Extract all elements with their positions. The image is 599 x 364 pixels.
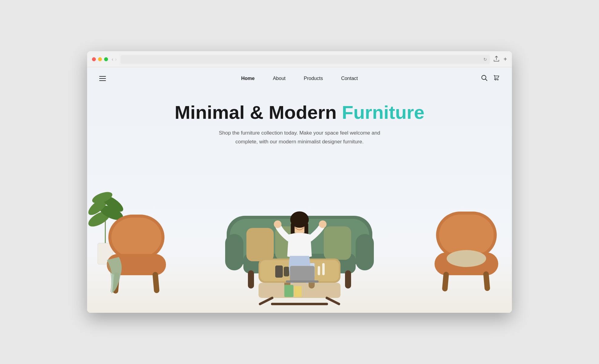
svg-rect-16 bbox=[356, 234, 374, 270]
svg-rect-49 bbox=[439, 215, 494, 255]
svg-rect-21 bbox=[324, 226, 351, 260]
browser-actions: + bbox=[494, 56, 507, 63]
maximize-button[interactable] bbox=[104, 57, 108, 61]
nav-products[interactable]: Products bbox=[304, 76, 323, 81]
svg-rect-22 bbox=[248, 270, 254, 289]
hamburger-line-3 bbox=[99, 80, 106, 81]
minimize-button[interactable] bbox=[98, 57, 102, 61]
svg-rect-33 bbox=[286, 281, 319, 283]
svg-rect-19 bbox=[246, 228, 274, 261]
traffic-lights bbox=[92, 57, 108, 61]
hero-scene bbox=[87, 155, 512, 313]
svg-rect-25 bbox=[345, 270, 351, 289]
reload-icon[interactable]: ↻ bbox=[483, 57, 487, 62]
nav-home[interactable]: Home bbox=[241, 76, 255, 81]
new-tab-icon[interactable]: + bbox=[503, 56, 507, 63]
back-button[interactable]: ‹ bbox=[112, 57, 113, 62]
svg-point-53 bbox=[447, 250, 486, 267]
hero-title-accent: Furniture bbox=[342, 102, 425, 123]
svg-line-37 bbox=[260, 298, 272, 304]
site-nav: Home About Products Contact bbox=[87, 67, 512, 90]
forward-button[interactable]: › bbox=[115, 57, 117, 62]
right-chair bbox=[430, 202, 503, 295]
hero-subtitle: Shop the furniture collection today. Mak… bbox=[215, 129, 384, 146]
left-chair bbox=[102, 205, 172, 298]
hero-section: Minimal & Modern Furniture Shop the furn… bbox=[87, 90, 512, 146]
person-figure bbox=[272, 202, 327, 289]
browser-chrome: ‹ › ↻ + bbox=[87, 51, 512, 67]
hamburger-menu[interactable] bbox=[99, 76, 106, 81]
close-button[interactable] bbox=[92, 57, 96, 61]
search-icon[interactable] bbox=[481, 75, 488, 83]
svg-line-38 bbox=[327, 298, 339, 304]
nav-contact[interactable]: Contact bbox=[341, 76, 358, 81]
hero-title-main: Minimal & Modern bbox=[174, 102, 337, 123]
nav-links: Home About Products Contact bbox=[241, 76, 358, 81]
svg-point-30 bbox=[274, 221, 281, 228]
nav-icons bbox=[481, 75, 500, 83]
svg-rect-32 bbox=[290, 266, 315, 282]
website: Home About Products Contact bbox=[87, 67, 512, 313]
svg-point-31 bbox=[319, 221, 327, 228]
nav-arrows: ‹ › bbox=[112, 57, 117, 62]
share-icon[interactable] bbox=[494, 56, 499, 63]
hero-title: Minimal & Modern Furniture bbox=[93, 102, 506, 123]
browser-window: ‹ › ↻ + Home About P bbox=[87, 51, 512, 313]
hamburger-line-2 bbox=[99, 78, 106, 79]
svg-rect-12 bbox=[152, 272, 160, 293]
hamburger-line-1 bbox=[99, 76, 106, 77]
address-bar[interactable]: ↻ bbox=[120, 55, 490, 64]
nav-about[interactable]: About bbox=[273, 76, 286, 81]
svg-rect-9 bbox=[111, 218, 161, 257]
svg-rect-15 bbox=[225, 234, 243, 270]
cart-icon[interactable] bbox=[493, 75, 500, 83]
